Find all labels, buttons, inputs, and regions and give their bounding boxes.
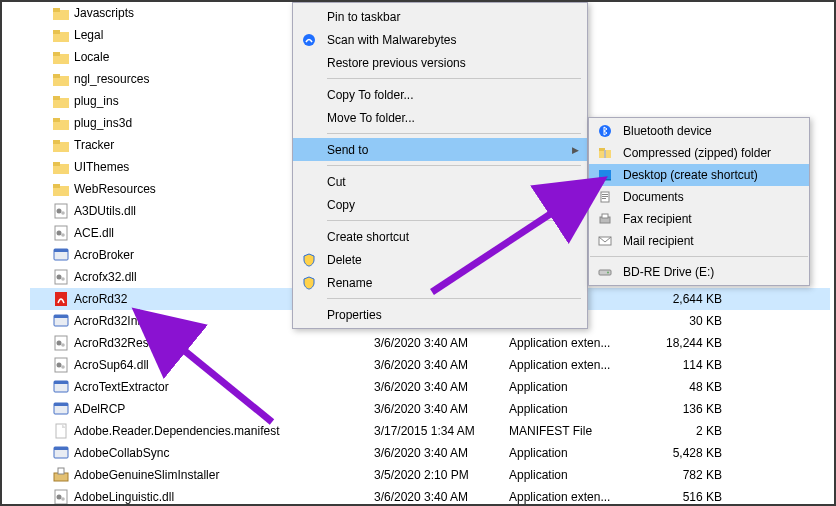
menu-scan[interactable]: Scan with Malwarebytes (293, 28, 587, 51)
documents-icon (597, 189, 613, 205)
menu-shortcut-label: Create shortcut (327, 230, 409, 244)
file-row[interactable]: AcroRd32Res.dll3/6/2020 3:40 AMApplicati… (30, 332, 830, 354)
menu-rename[interactable]: Rename (293, 271, 587, 294)
sendto-drive[interactable]: BD-RE Drive (E:) (589, 261, 809, 283)
sendto-compressed[interactable]: Compressed (zipped) folder (589, 142, 809, 164)
menu-properties[interactable]: Properties (293, 303, 587, 326)
svg-rect-7 (53, 74, 60, 78)
folder-icon (52, 48, 70, 66)
file-name: AcroTextExtractor (74, 380, 374, 394)
sendto-desktop[interactable]: Desktop (create shortcut) (589, 164, 809, 186)
file-date: 3/6/2020 3:40 AM (374, 380, 509, 394)
file-size: 2 KB (644, 424, 722, 438)
file-date: 3/6/2020 3:40 AM (374, 358, 509, 372)
file-size: 136 KB (644, 402, 722, 416)
menu-separator (327, 133, 581, 134)
svg-rect-17 (53, 184, 60, 188)
exe-icon (52, 378, 70, 396)
dll-icon (52, 334, 70, 352)
context-menu[interactable]: Pin to taskbar Scan with Malwarebytes Re… (292, 2, 588, 329)
menu-sendto[interactable]: Send to ▶ (293, 138, 587, 161)
svg-point-48 (57, 495, 62, 500)
zip-folder-icon (597, 145, 613, 161)
drive-icon (597, 264, 613, 280)
file-row[interactable]: Adobe.Reader.Dependencies.manifest3/17/2… (30, 420, 830, 442)
file-size: 18,244 KB (644, 336, 722, 350)
menu-copyto[interactable]: Copy To folder... (293, 83, 587, 106)
svg-point-27 (57, 275, 62, 280)
file-row[interactable]: AdobeGenuineSlimInstaller3/5/2020 2:10 P… (30, 464, 830, 486)
sendto-documents[interactable]: Documents (589, 186, 809, 208)
svg-point-28 (61, 277, 65, 281)
file-type: Application exten... (509, 358, 644, 372)
menu-cut-label: Cut (327, 175, 346, 189)
menu-separator (327, 78, 581, 79)
file-row[interactable]: AdobeCollabSync3/6/2020 3:40 AMApplicati… (30, 442, 830, 464)
folder-icon (52, 70, 70, 88)
file-date: 3/17/2015 1:34 AM (374, 424, 509, 438)
svg-rect-58 (602, 194, 608, 195)
file-row[interactable]: AdobeLinguistic.dll3/6/2020 3:40 AMAppli… (30, 486, 830, 506)
sendto-bluetooth-label: Bluetooth device (623, 124, 712, 138)
menu-delete[interactable]: Delete (293, 248, 587, 271)
file-date: 3/6/2020 3:40 AM (374, 402, 509, 416)
menu-restore-label: Restore previous versions (327, 56, 466, 70)
file-type: Application (509, 468, 644, 482)
file-size: 2,644 KB (644, 292, 722, 306)
svg-rect-3 (53, 30, 60, 34)
svg-rect-39 (54, 381, 68, 384)
menu-separator (327, 165, 581, 166)
sendto-fax-label: Fax recipient (623, 212, 692, 226)
menu-shortcut[interactable]: Create shortcut (293, 225, 587, 248)
file-size: 5,428 KB (644, 446, 722, 460)
svg-point-19 (57, 209, 62, 214)
fax-icon (597, 211, 613, 227)
file-row[interactable]: AcroTextExtractor3/6/2020 3:40 AMApplica… (30, 376, 830, 398)
svg-rect-9 (53, 96, 60, 100)
shield-rename-icon (301, 275, 317, 291)
svg-rect-64 (599, 270, 611, 275)
menu-pin-label: Pin to taskbar (327, 10, 400, 24)
menu-properties-label: Properties (327, 308, 382, 322)
menu-restore[interactable]: Restore previous versions (293, 51, 587, 74)
svg-point-34 (61, 343, 65, 347)
mail-icon (597, 233, 613, 249)
menu-separator (590, 256, 808, 257)
sendto-submenu[interactable]: Bluetooth device Compressed (zipped) fol… (588, 117, 810, 286)
file-type: Application (509, 446, 644, 460)
file-type: Application exten... (509, 336, 644, 350)
file-name: Adobe.Reader.Dependencies.manifest (74, 424, 374, 438)
sendto-bluetooth[interactable]: Bluetooth device (589, 120, 809, 142)
file-date: 3/6/2020 3:40 AM (374, 490, 509, 504)
folder-icon (52, 92, 70, 110)
sendto-mail[interactable]: Mail recipient (589, 230, 809, 252)
sendto-drive-label: BD-RE Drive (E:) (623, 265, 714, 279)
sendto-fax[interactable]: Fax recipient (589, 208, 809, 230)
sendto-documents-label: Documents (623, 190, 684, 204)
file-name: AdobeGenuineSlimInstaller (74, 468, 374, 482)
file-row[interactable]: ADelRCP3/6/2020 3:40 AMApplication136 KB (30, 398, 830, 420)
dll-icon (52, 224, 70, 242)
pdf-icon (52, 290, 70, 308)
bluetooth-icon (597, 123, 613, 139)
svg-rect-42 (56, 424, 66, 438)
desktop-icon (597, 167, 613, 183)
svg-rect-55 (599, 170, 611, 179)
svg-rect-60 (602, 198, 606, 199)
menu-scan-label: Scan with Malwarebytes (327, 33, 456, 47)
menu-cut[interactable]: Cut (293, 170, 587, 193)
svg-point-51 (599, 125, 611, 137)
file-name: ADelRCP (74, 402, 374, 416)
svg-point-65 (607, 272, 609, 274)
menu-delete-label: Delete (327, 253, 362, 267)
file-row[interactable]: AcroSup64.dll3/6/2020 3:40 AMApplication… (30, 354, 830, 376)
menu-moveto[interactable]: Move To folder... (293, 106, 587, 129)
menu-copy[interactable]: Copy (293, 193, 587, 216)
exeinstall-icon (52, 466, 70, 484)
menu-rename-label: Rename (327, 276, 372, 290)
svg-rect-41 (54, 403, 68, 406)
svg-point-22 (57, 231, 62, 236)
dll-icon (52, 268, 70, 286)
file-size: 782 KB (644, 468, 722, 482)
menu-pin[interactable]: Pin to taskbar (293, 5, 587, 28)
